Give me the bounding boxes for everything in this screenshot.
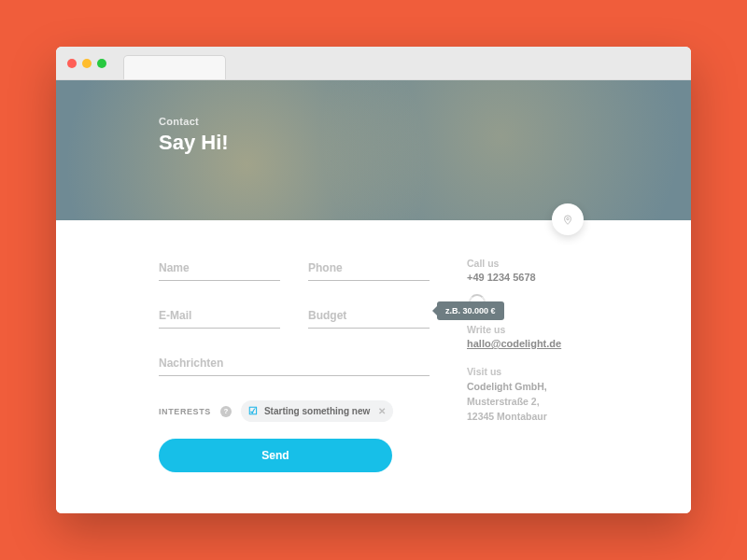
page: Contact Say Hi! [56, 80, 691, 513]
content: z.B. 30.000 € INTERESTS ? ☑ Starting som… [56, 220, 691, 513]
visit-us-label: Visit us [467, 366, 635, 377]
browser-tab[interactable] [123, 55, 226, 79]
remove-chip-icon[interactable]: ✕ [378, 406, 386, 416]
write-us-label: Write us [467, 324, 635, 335]
map-pin-icon [561, 213, 574, 226]
call-us-label: Call us [467, 258, 635, 269]
address-city: 12345 Montabaur [467, 410, 635, 425]
svg-point-0 [567, 217, 570, 220]
minimize-window-button[interactable] [82, 59, 92, 68]
address-company: Codelight GmbH, [467, 380, 635, 395]
phone-number[interactable]: +49 1234 5678 [467, 272, 635, 283]
location-pin-badge[interactable] [552, 203, 584, 235]
browser-window: Contact Say Hi! [56, 47, 691, 513]
email-input[interactable] [159, 305, 280, 329]
browser-chrome [56, 47, 691, 80]
interests-label: INTERESTS [159, 407, 211, 416]
budget-input[interactable] [308, 305, 430, 329]
email-link[interactable]: hallo@codelight.de [467, 338, 561, 349]
message-input[interactable] [159, 353, 430, 376]
name-input[interactable] [159, 258, 280, 281]
interest-chip-label: Starting something new [264, 406, 370, 416]
window-controls [67, 59, 106, 68]
send-button[interactable]: Send [159, 439, 392, 472]
page-title: Say Hi! [159, 131, 691, 155]
budget-hint-tooltip: z.B. 30.000 € [437, 301, 504, 320]
contact-form: z.B. 30.000 € INTERESTS ? ☑ Starting som… [159, 258, 430, 485]
help-icon[interactable]: ? [220, 406, 232, 417]
address-street: Musterstraße 2, [467, 395, 635, 410]
interests-row: INTERESTS ? ☑ Starting something new ✕ [159, 400, 430, 422]
hero: Contact Say Hi! [56, 80, 691, 220]
maximize-window-button[interactable] [97, 59, 106, 68]
check-icon: ☑ [248, 405, 258, 417]
close-window-button[interactable] [67, 59, 77, 68]
interest-chip[interactable]: ☑ Starting something new ✕ [241, 400, 393, 422]
contact-info: Call us +49 1234 5678 Write us hallo@cod… [467, 258, 635, 485]
hero-eyebrow: Contact [159, 116, 691, 127]
phone-input[interactable] [308, 258, 430, 281]
